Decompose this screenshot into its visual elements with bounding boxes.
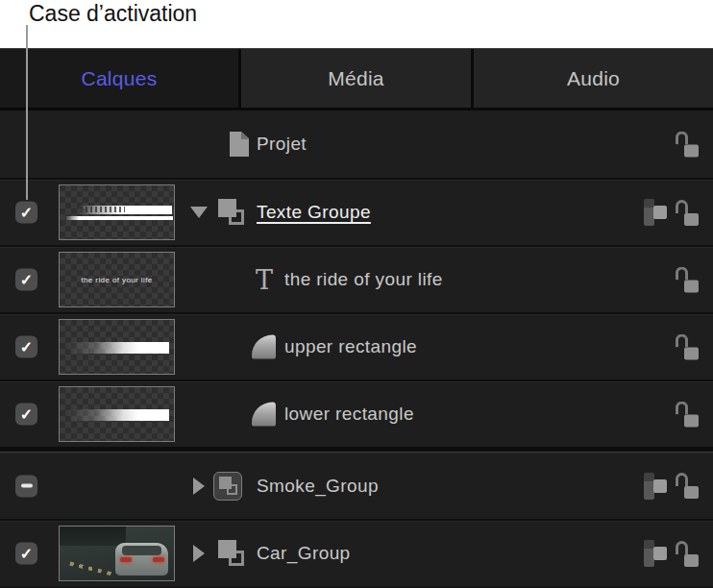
lock-open-icon[interactable] — [676, 473, 699, 499]
activation-checkbox[interactable]: ✓ — [15, 202, 37, 224]
row-label[interactable]: lower rectangle — [284, 404, 414, 425]
lock-open-icon[interactable] — [676, 334, 699, 360]
layers-panel: Calques Média Audio Projet ✓ Texte Group… — [0, 48, 713, 588]
activation-checkbox[interactable]: ✓ — [15, 543, 37, 565]
row-texte-groupe[interactable]: ✓ Texte Groupe — [0, 178, 713, 245]
thumbnail[interactable] — [59, 386, 175, 442]
group-icon — [218, 540, 245, 567]
tab-calques[interactable]: Calques — [0, 49, 238, 108]
activation-checkbox[interactable]: ✓ — [15, 269, 37, 291]
thumbnail-text: the ride of your life — [60, 276, 174, 284]
text-icon: T — [252, 267, 277, 293]
row-lower-rectangle[interactable]: ✓ lower rectangle — [0, 380, 713, 447]
lock-open-icon[interactable] — [676, 541, 699, 567]
disclosure-triangle-icon[interactable] — [189, 478, 209, 495]
tab-audio[interactable]: Audio — [471, 49, 713, 108]
row-label[interactable]: the ride of your life — [284, 269, 443, 290]
lock-open-icon[interactable] — [676, 200, 699, 226]
row-text-layer[interactable]: ✓ the ride of your life T the ride of yo… — [0, 245, 713, 312]
lock-open-icon[interactable] — [676, 267, 699, 293]
row-label[interactable]: Smoke_Group — [257, 476, 379, 497]
thumbnail[interactable]: the ride of your life — [59, 252, 175, 307]
row-label[interactable]: Car_Group — [257, 543, 351, 564]
tab-media[interactable]: Média — [238, 49, 471, 108]
activation-checkbox[interactable]: ✓ — [15, 404, 37, 426]
disclosure-triangle-icon[interactable] — [189, 545, 209, 562]
motion-layers-panel-screenshot: Case d’activation Calques Média Audio Pr… — [0, 0, 713, 588]
thumbnail[interactable] — [59, 319, 175, 375]
activation-checkbox[interactable]: ✓ — [15, 336, 37, 358]
row-projet[interactable]: Projet — [0, 110, 713, 178]
layers-icon[interactable] — [644, 473, 669, 500]
group-icon — [218, 199, 245, 226]
layers-icon[interactable] — [644, 540, 669, 567]
thumbnail[interactable] — [59, 184, 175, 240]
group-icon — [213, 472, 242, 501]
row-car-group[interactable]: ✓ Car_Group — [0, 519, 713, 586]
shape-icon — [252, 403, 276, 427]
row-label[interactable]: Projet — [257, 134, 307, 155]
activation-checkbox-mixed[interactable] — [15, 475, 37, 497]
lock-open-icon[interactable] — [676, 402, 699, 428]
row-upper-rectangle[interactable]: ✓ upper rectangle — [0, 312, 713, 380]
shape-icon — [252, 335, 276, 359]
disclosure-triangle-icon[interactable] — [189, 207, 209, 218]
thumbnail[interactable] — [59, 526, 175, 581]
row-label[interactable]: Texte Groupe — [257, 202, 371, 223]
document-icon — [230, 132, 249, 157]
callout-pointer-line — [26, 25, 28, 200]
lock-open-icon[interactable] — [676, 132, 699, 158]
tab-bar: Calques Média Audio — [0, 48, 713, 110]
row-smoke-group[interactable]: Smoke_Group — [0, 452, 713, 519]
callout-label: Case d’activation — [29, 0, 197, 27]
layers-icon[interactable] — [644, 199, 669, 226]
row-label[interactable]: upper rectangle — [284, 336, 417, 357]
